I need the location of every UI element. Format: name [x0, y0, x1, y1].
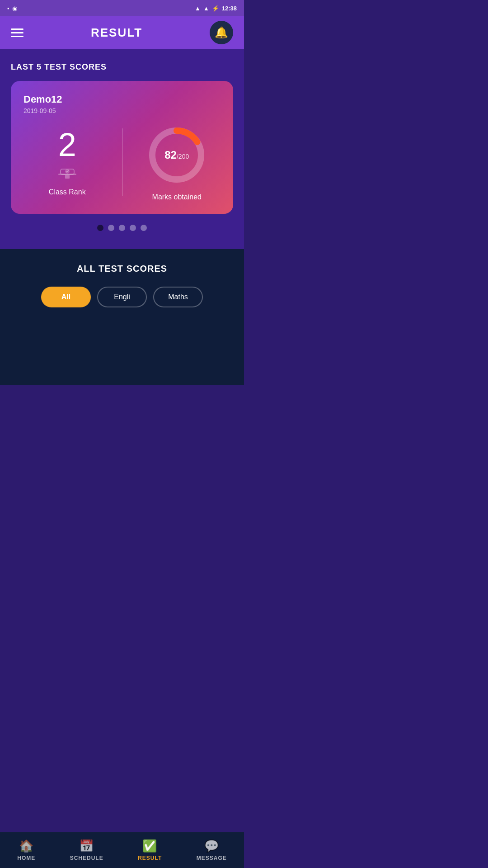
- signal-icon: ▲: [203, 5, 209, 12]
- score-value: 82: [164, 149, 177, 161]
- filter-all-button[interactable]: All: [41, 287, 91, 307]
- test-date: 2019-09-05: [23, 107, 221, 114]
- dot-1[interactable]: [97, 225, 103, 231]
- rank-number: 2: [58, 128, 76, 161]
- rank-section: 2 Class Rank: [23, 128, 122, 196]
- battery-icon: ⚡: [212, 5, 219, 12]
- status-right-icons: ▲ ▲ ⚡ 12:38: [195, 5, 237, 12]
- notification-button[interactable]: 🔔: [210, 21, 233, 44]
- bell-icon: 🔔: [215, 26, 228, 39]
- menu-button[interactable]: [11, 28, 23, 37]
- dot-3[interactable]: [119, 225, 125, 231]
- dot-2[interactable]: [108, 225, 114, 231]
- dot-5[interactable]: [141, 225, 147, 231]
- score-total: /200: [177, 153, 189, 160]
- card-body: 2 Class Rank: [23, 123, 221, 201]
- sim-icon: ▪: [7, 5, 9, 12]
- page-title: RESULT: [91, 26, 142, 40]
- wifi-icon: ▲: [195, 5, 201, 12]
- all-scores-section: ALL TEST SCORES All Engli Maths: [0, 249, 244, 385]
- status-left-icons: ▪ ◉: [7, 5, 17, 12]
- weather-icon: ◉: [12, 5, 17, 12]
- card-header: Demo12 2019-09-05: [23, 94, 221, 114]
- filter-maths-button[interactable]: Maths: [153, 287, 203, 307]
- last-scores-title: LAST 5 TEST SCORES: [11, 62, 233, 72]
- score-donut: 82/200: [145, 123, 208, 187]
- last-scores-section: LAST 5 TEST SCORES Demo12 2019-09-05 2: [0, 49, 244, 249]
- filter-buttons-group: All Engli Maths: [11, 287, 233, 307]
- app-header: RESULT 🔔: [0, 16, 244, 49]
- dot-4[interactable]: [130, 225, 136, 231]
- clock: 12:38: [222, 5, 237, 12]
- rank-trophy-icon: [56, 165, 79, 184]
- donut-text: 82/200: [164, 149, 189, 161]
- marks-label: Marks obtained: [152, 193, 202, 201]
- status-bar: ▪ ◉ ▲ ▲ ⚡ 12:38: [0, 0, 244, 16]
- score-card: Demo12 2019-09-05 2: [11, 81, 233, 214]
- pagination-dots: [11, 225, 233, 231]
- test-name: Demo12: [23, 94, 221, 105]
- svg-rect-2: [65, 175, 70, 179]
- rank-label: Class Rank: [49, 188, 86, 196]
- filter-engli-button[interactable]: Engli: [97, 287, 147, 307]
- score-section: 82/200 Marks obtained: [122, 123, 221, 201]
- all-scores-title: ALL TEST SCORES: [11, 264, 233, 274]
